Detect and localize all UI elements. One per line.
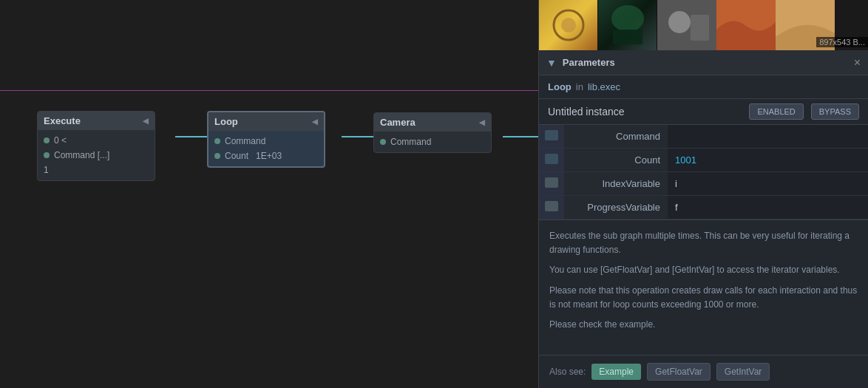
param-row-count: Count 1001: [539, 149, 868, 172]
param-name-count: Count: [564, 149, 668, 172]
camera-node-body: Command: [374, 132, 491, 152]
also-see-label: Also see:: [549, 367, 586, 377]
thumbnail-2[interactable]: [598, 0, 657, 50]
instance-header: Untitled instance ENABLED BYPASS: [539, 99, 868, 125]
svg-point-5: [668, 11, 691, 33]
thumbnail-4[interactable]: [716, 0, 776, 50]
param-row-progressvariable: ProgressVariable f: [539, 196, 868, 219]
loop-port-label-count: Count 1E+03: [225, 151, 282, 161]
thumbnail-1[interactable]: [539, 0, 598, 50]
filter-icon: ▼: [546, 57, 557, 69]
description-p2: You can use [GetFloatVar] and [GetIntVar…: [549, 263, 858, 277]
param-icon-command: [539, 125, 564, 149]
param-value-progressvariable[interactable]: f: [668, 196, 868, 219]
node-execute: Execute ◀ 0 < Command [...] 1: [37, 111, 155, 181]
thumbnail-3[interactable]: [657, 0, 716, 50]
description-p3: Please note that this operation creates …: [549, 284, 858, 312]
param-name-indexvariable: IndexVariable: [564, 172, 668, 196]
description-p1: Executes the sub graph multiple times. T…: [549, 229, 858, 257]
dim-label: 897x543 B...: [816, 37, 868, 47]
loop-port-count: Count 1E+03: [208, 149, 324, 163]
count-value[interactable]: 1001: [675, 154, 696, 166]
camera-node-header: Camera ◀: [374, 113, 491, 132]
svg-rect-6: [691, 15, 709, 41]
params-header: ▼ Parameters ×: [539, 50, 868, 75]
execute-node-title: Execute: [44, 115, 81, 126]
node-camera: Camera ◀ Command: [373, 112, 492, 153]
execute-node-header: Execute ◀: [38, 112, 155, 130]
svg-point-2: [611, 5, 644, 32]
execute-port-label-command: Command [...]: [54, 150, 109, 160]
also-see-getfloatvar-btn[interactable]: GetFloatVar: [647, 363, 711, 381]
also-see-getintvar-btn[interactable]: GetIntVar: [716, 363, 770, 381]
execute-port-command: Command [...]: [38, 148, 155, 163]
right-panel: 897x543 B... ▼ Parameters × Loop in lib.…: [538, 0, 868, 388]
execute-collapse-btn[interactable]: ◀: [143, 117, 149, 125]
execute-port-1: 1: [38, 163, 155, 177]
loop-in-label: in: [576, 81, 583, 92]
param-value-indexvariable[interactable]: i: [668, 172, 868, 196]
indexvariable-icon: [545, 177, 558, 188]
svg-point-1: [561, 18, 576, 33]
camera-node-title: Camera: [380, 117, 416, 128]
param-icon-count: [539, 149, 564, 172]
execute-node-body: 0 < Command [...] 1: [38, 130, 155, 180]
execute-port-dot-0: [44, 137, 50, 143]
loop-node-body: Command Count 1E+03: [208, 131, 324, 166]
param-row-command: Command: [539, 125, 868, 149]
param-icon-progressvariable: [539, 196, 564, 219]
enabled-button[interactable]: ENABLED: [749, 103, 803, 120]
thumbnail-strip[interactable]: 897x543 B...: [539, 0, 868, 50]
also-see-row: Also see: Example GetFloatVar GetIntVar: [539, 355, 868, 388]
execute-port-label-0: 0 <: [54, 135, 67, 146]
loop-port-dot-count: [214, 153, 220, 159]
loop-info-row: Loop in lib.exec: [539, 75, 868, 99]
params-title: Parameters: [563, 57, 615, 68]
loop-collapse-btn[interactable]: ◀: [312, 118, 318, 126]
canvas-line: [0, 90, 538, 91]
param-value-count[interactable]: 1001: [668, 149, 868, 172]
description-area: Executes the sub graph multiple times. T…: [539, 219, 868, 355]
execute-port-0: 0 <: [38, 133, 155, 148]
svg-rect-3: [613, 30, 642, 44]
loop-label: Loop: [548, 81, 572, 92]
loop-lib-label: lib.exec: [588, 81, 620, 92]
params-table: Command Count 1001 IndexVariable i: [539, 125, 868, 219]
canvas-area: Execute ◀ 0 < Command [...] 1 Loop ◀: [0, 0, 538, 388]
connector-lines: [0, 0, 538, 388]
param-name-progressvariable: ProgressVariable: [564, 196, 668, 219]
param-icon-indexvariable: [539, 172, 564, 196]
loop-port-label-command: Command: [225, 136, 265, 146]
loop-port-dot-command: [214, 138, 220, 144]
command-icon: [545, 130, 558, 140]
camera-port-dot-command: [380, 139, 386, 145]
camera-port-label-command: Command: [390, 137, 431, 147]
close-button[interactable]: ×: [854, 56, 861, 69]
loop-node-title: Loop: [214, 116, 238, 127]
node-loop: Loop ◀ Command Count 1E+03: [207, 111, 325, 168]
param-name-command: Command: [564, 125, 668, 149]
camera-port-command: Command: [374, 135, 491, 149]
camera-collapse-btn[interactable]: ◀: [479, 118, 485, 126]
loop-node-header: Loop ◀: [208, 112, 324, 131]
loop-port-command: Command: [208, 134, 324, 149]
also-see-example-btn[interactable]: Example: [591, 364, 641, 380]
instance-title: Untitled instance: [548, 106, 742, 118]
param-row-indexvariable: IndexVariable i: [539, 172, 868, 196]
description-p4: Please check the example.: [549, 318, 858, 332]
progressvariable-icon: [545, 201, 558, 211]
param-value-command[interactable]: [668, 125, 868, 149]
execute-port-dot-command: [44, 152, 50, 158]
execute-port-label-1: 1: [44, 165, 49, 175]
count-icon: [545, 154, 558, 164]
bypass-button[interactable]: BYPASS: [811, 103, 859, 120]
